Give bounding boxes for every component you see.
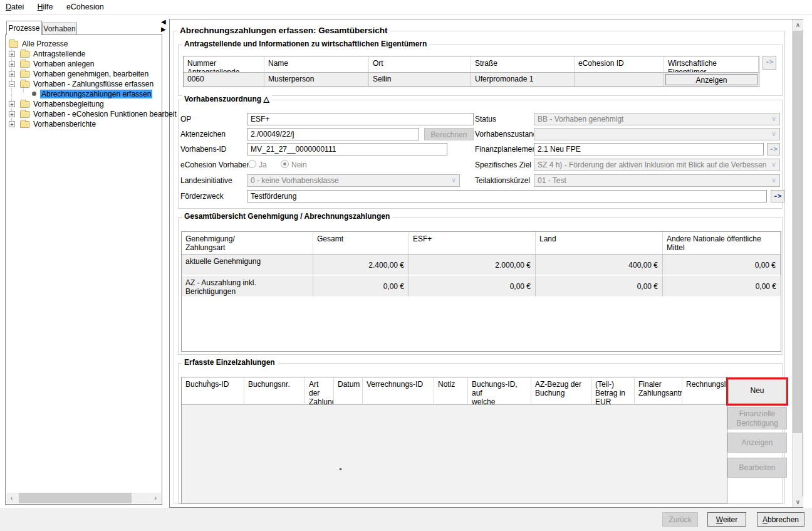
column-header-sorted[interactable]: ∧Buchungs-ID xyxy=(182,377,244,405)
tree-item-vorhabensbegleitung[interactable]: + Vorhabensbegleitung xyxy=(6,99,162,109)
column-header[interactable]: Wirtschaftliche Eigentümer xyxy=(664,56,759,73)
cell-gesamt: 0,00 € xyxy=(313,276,409,297)
vorhabenszustand-label: Vorhabenszustand xyxy=(475,130,537,139)
tree-item-zahlungsfluesse[interactable]: − Vorhaben - Zahlungsflüsse erfassen xyxy=(6,79,162,89)
zurueck-button[interactable]: Zurück xyxy=(662,512,698,527)
anzeigen-eigentuemer-button[interactable]: Anzeigen xyxy=(665,74,757,85)
column-header[interactable]: Andere Nationale öffentliche Mittel xyxy=(663,232,781,255)
column-header[interactable]: Buchungs-ID, auf welche die Buch xyxy=(468,377,531,405)
foerderzweck-label: Förderzweck xyxy=(180,192,224,201)
main-vertical-scrollbar[interactable]: ∧ ∨ xyxy=(792,19,803,507)
anzeigen-button[interactable]: Anzeigen xyxy=(727,433,787,453)
cell-gesamt: 2.400,00 € xyxy=(313,255,409,276)
weiter-button[interactable]: Weiter xyxy=(707,512,746,527)
table-cell-ecohesion-id xyxy=(575,73,664,87)
column-header[interactable]: Verrechnungs-ID xyxy=(363,377,434,405)
finanzplanelement-field[interactable]: 2.1 Neu FPE xyxy=(534,143,764,155)
finanzielle-berichtigung-button[interactable]: Finanzielle Berichtigung xyxy=(727,407,787,429)
column-header[interactable]: Genehmigung/ Zahlungsart xyxy=(182,232,313,255)
radio-ja[interactable] xyxy=(248,160,256,168)
applicants-detail-arrow-button[interactable]: -> xyxy=(763,56,776,70)
column-header[interactable]: Buchungsnr. xyxy=(244,377,305,405)
menu-hilfe[interactable]: Hilfe xyxy=(32,0,59,13)
column-header[interactable]: Gesamt xyxy=(313,232,409,255)
column-header[interactable]: AZ-Bezug der Buchung xyxy=(531,377,591,405)
groupbox-antragstellende-title: Antragstellende und Informationen zu wir… xyxy=(182,39,429,48)
column-header[interactable]: ESF+ xyxy=(409,232,536,255)
groupbox-einzelzahlungen-title: Erfasste Einzelzahlungen xyxy=(182,358,278,367)
expand-plus-icon[interactable]: + xyxy=(9,121,15,127)
expand-minus-icon[interactable]: − xyxy=(9,81,15,87)
scroll-up-icon[interactable]: ∧ xyxy=(793,19,803,30)
scroll-down-icon[interactable]: ∨ xyxy=(793,497,803,507)
expand-plus-icon[interactable]: + xyxy=(9,101,15,107)
column-header[interactable]: Land xyxy=(536,232,663,255)
spezifisches-ziel-select[interactable]: SZ 4 h) - Förderung der aktiven Inklusio… xyxy=(534,159,780,171)
vorhabens-id-field[interactable]: MV_21_27__0000000111 xyxy=(247,143,447,155)
menu-ecohesion[interactable]: eCohesion xyxy=(61,0,110,13)
groupbox-gesamtuebersicht-title: Gesamtübersicht Genehmigung / Abrechnung… xyxy=(182,212,392,221)
column-header[interactable]: Ort xyxy=(369,56,471,73)
finanzplanelement-arrow-button[interactable]: -> xyxy=(767,143,780,155)
tree-item-vorhaben-anlegen[interactable]: + Vorhaben anlegen xyxy=(6,59,162,69)
bearbeiten-button[interactable]: Bearbeiten xyxy=(727,458,787,478)
folder-icon xyxy=(9,41,18,48)
folder-icon xyxy=(20,61,29,68)
landesinitiative-label: Landesinitiative xyxy=(180,176,232,185)
tree-item-vorhabensberichte[interactable]: + Vorhabensberichte xyxy=(6,119,162,129)
foerderzweck-field[interactable]: Testförderung xyxy=(247,190,767,202)
scrollbar-thumb[interactable] xyxy=(793,31,803,433)
column-header[interactable]: Name xyxy=(264,56,369,73)
menu-datei[interactable]: Datei xyxy=(0,0,29,13)
payments-table: ∧Buchungs-ID Buchungsnr. Art der Zahlung… xyxy=(181,377,727,504)
status-select[interactable]: BB - Vorhaben genehmigt xyxy=(534,113,780,125)
column-header[interactable]: Datum xyxy=(334,377,363,405)
column-header[interactable]: Rechnungsle xyxy=(682,377,727,405)
column-header[interactable]: Straße xyxy=(471,56,575,73)
expand-plus-icon[interactable]: + xyxy=(9,71,15,77)
process-tree: Alle Prozesse + Antragstellende + Vorhab… xyxy=(5,34,162,505)
op-field[interactable]: ESF+ xyxy=(247,113,474,125)
applicants-table: Nummer Antragstellende Name Ort Straße e… xyxy=(183,56,759,87)
warning-triangle-icon: △ xyxy=(263,95,269,103)
neu-button[interactable]: Neu xyxy=(728,379,786,404)
vorhabenszustand-select[interactable] xyxy=(534,128,780,140)
abbrechen-button[interactable]: Abbrechen xyxy=(757,512,804,527)
splitter-expand-right-icon[interactable]: ▶ xyxy=(161,26,166,33)
sort-ascending-icon: ∧ xyxy=(206,377,210,386)
tree-item-vorhaben-genehmigen[interactable]: + Vorhaben genehmigen, bearbeiten xyxy=(6,69,162,79)
column-header[interactable]: Art der Zahlung xyxy=(305,377,334,405)
scroll-right-icon[interactable]: › xyxy=(150,493,161,503)
expand-plus-icon[interactable]: + xyxy=(9,111,15,117)
berechnen-button[interactable]: Berechnen xyxy=(424,128,474,140)
column-header[interactable]: Nummer Antragstellende xyxy=(184,56,264,73)
finanzplanelement-label: Finanzplanelement xyxy=(475,145,538,154)
tree-horizontal-scrollbar[interactable]: ‹ › xyxy=(6,493,161,503)
scrollbar-thumb[interactable] xyxy=(19,493,132,503)
folder-icon xyxy=(20,51,29,58)
scroll-left-icon[interactable]: ‹ xyxy=(6,493,17,503)
radio-nein[interactable] xyxy=(281,160,289,168)
column-header[interactable]: (Teil-) Betrag in EUR xyxy=(591,377,635,405)
column-header[interactable]: Finaler Zahlungsantra xyxy=(635,377,682,405)
expand-plus-icon[interactable]: + xyxy=(9,51,15,57)
column-header[interactable]: eCohesion ID xyxy=(575,56,664,73)
landesinitiative-select[interactable]: 0 - keine Vorhabensklasse xyxy=(247,174,460,187)
splitter-collapse-left-icon[interactable]: ◀ xyxy=(161,18,166,25)
expand-plus-icon[interactable]: + xyxy=(9,61,15,67)
tree-item-antragstellende[interactable]: + Antragstellende xyxy=(6,49,162,59)
column-header[interactable]: Notiz xyxy=(434,377,468,405)
folder-icon xyxy=(20,111,29,118)
tree-item-ecohesion-funktionen[interactable]: + Vorhaben - eCohesion Funktionen bearbe… xyxy=(6,109,162,119)
aktenzeichen-field[interactable]: 2./00049/22/j xyxy=(247,128,419,140)
tree-item-alle-prozesse[interactable]: Alle Prozesse xyxy=(6,39,162,49)
tab-prozesse[interactable]: Prozesse xyxy=(6,21,42,35)
folder-icon xyxy=(20,81,29,88)
tab-vorhaben[interactable]: Vorhaben xyxy=(42,23,77,35)
foerderzweck-arrow-button[interactable]: -> xyxy=(771,190,784,202)
teilaktionskuerzel-select[interactable]: 01 - Test xyxy=(534,174,780,187)
folder-icon xyxy=(20,121,29,128)
folder-icon xyxy=(20,101,29,108)
tree-item-abrechnungszahlungen[interactable]: Abrechnungszahlungen erfassen xyxy=(6,89,162,99)
leaf-bullet-icon xyxy=(32,92,36,96)
